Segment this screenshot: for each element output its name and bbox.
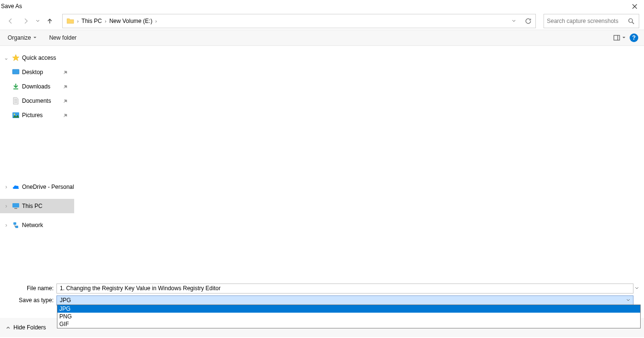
navigation-row: › This PC › New Volume (E:) › (0, 12, 644, 30)
search-icon (628, 18, 636, 24)
tree-label: OneDrive - Personal (22, 184, 74, 190)
chevron-up-icon (6, 325, 11, 330)
expand-icon[interactable]: › (3, 203, 10, 209)
collapse-icon[interactable]: ⌄ (3, 55, 10, 61)
tree-label: Pictures (22, 112, 43, 119)
svg-point-7 (14, 114, 15, 115)
command-bar: Organize New folder ? (0, 30, 644, 46)
organize-button[interactable]: Organize (6, 33, 39, 42)
breadcrumb-separator: › (154, 19, 157, 24)
svg-rect-1 (614, 35, 620, 40)
tree-label: Quick access (22, 55, 56, 61)
tree-label: Downloads (22, 83, 50, 90)
dropdown-option-gif[interactable]: GIF (57, 320, 640, 328)
hide-folders-button[interactable]: Hide Folders (6, 324, 46, 331)
close-icon (632, 4, 637, 9)
save-panel: File name: Save as type: JPG JPG PNG GIF (0, 282, 644, 338)
breadcrumb-volume[interactable]: New Volume (E:) (107, 14, 154, 28)
filename-history-button[interactable] (633, 283, 640, 294)
change-view-button[interactable] (613, 35, 626, 41)
svg-rect-10 (13, 222, 16, 225)
chevron-down-icon (635, 286, 639, 290)
star-icon (11, 54, 20, 62)
new-folder-button[interactable]: New folder (47, 33, 78, 42)
file-name-input[interactable] (56, 283, 633, 294)
save-type-combo[interactable]: JPG (56, 295, 633, 305)
tree-item-desktop[interactable]: Desktop (0, 65, 74, 79)
up-button[interactable] (43, 14, 56, 28)
view-icon (613, 35, 620, 41)
downloads-icon (11, 82, 20, 91)
pin-icon (63, 85, 67, 89)
pictures-icon (11, 111, 20, 120)
pin-icon (63, 113, 67, 118)
tree-item-network[interactable]: › Network (0, 218, 74, 232)
tree-item-quick-access[interactable]: ⌄ Quick access (0, 51, 74, 65)
close-button[interactable] (625, 0, 644, 12)
tree-item-pictures[interactable]: Pictures (0, 108, 74, 122)
breadcrumb-this-pc[interactable]: This PC (79, 14, 104, 28)
documents-icon (11, 97, 20, 105)
tree-label: Desktop (22, 69, 43, 76)
window-title: Save As (1, 3, 22, 10)
title-bar: Save As (0, 0, 644, 12)
address-bar[interactable]: › This PC › New Volume (E:) › (62, 14, 536, 28)
search-box[interactable] (544, 14, 639, 28)
tree-label: This PC (22, 203, 43, 209)
navigation-pane: ⌄ Quick access Desktop Downloads (0, 46, 74, 282)
save-type-selected: JPG (60, 297, 626, 304)
dropdown-option-png[interactable]: PNG (57, 313, 640, 320)
computer-icon (11, 202, 20, 210)
address-history-button[interactable] (507, 14, 521, 28)
save-type-dropdown: JPG PNG GIF (57, 305, 641, 328)
arrow-left-icon (7, 17, 14, 25)
cloud-icon (11, 183, 20, 191)
breadcrumb-separator: › (104, 19, 107, 24)
network-icon (11, 221, 20, 229)
help-button[interactable]: ? (630, 33, 638, 42)
arrow-right-icon (22, 17, 30, 25)
expand-icon[interactable]: › (3, 184, 10, 190)
desktop-icon (11, 68, 20, 76)
recent-locations-button[interactable] (34, 19, 41, 23)
svg-point-0 (629, 19, 633, 22)
organize-label: Organize (8, 34, 31, 41)
dropdown-option-jpg[interactable]: JPG (57, 305, 640, 313)
tree-item-this-pc[interactable]: › This PC (0, 199, 74, 213)
new-folder-label: New folder (49, 34, 77, 41)
arrow-up-icon (46, 17, 54, 25)
forward-button[interactable] (19, 14, 33, 28)
tree-label: Documents (22, 98, 51, 104)
pin-icon (63, 99, 67, 103)
svg-rect-8 (12, 203, 19, 207)
dropdown-arrow-icon (33, 36, 37, 40)
breadcrumb-separator: › (76, 19, 79, 24)
save-type-label: Save as type: (0, 297, 56, 304)
tree-label: Network (22, 222, 43, 229)
search-input[interactable] (547, 18, 626, 24)
pin-icon (63, 70, 67, 75)
chevron-down-icon (511, 19, 516, 23)
chevron-down-icon (626, 298, 630, 302)
refresh-button[interactable] (521, 14, 535, 28)
dropdown-arrow-icon (622, 36, 626, 40)
svg-rect-3 (12, 69, 19, 74)
chevron-down-icon (36, 19, 40, 23)
hide-folders-label: Hide Folders (13, 324, 46, 331)
tree-item-onedrive[interactable]: › OneDrive - Personal (0, 180, 74, 194)
file-list-pane[interactable] (74, 46, 644, 282)
expand-icon[interactable]: › (3, 222, 10, 229)
back-button[interactable] (4, 14, 17, 28)
folder-icon (65, 18, 76, 24)
svg-rect-9 (14, 208, 17, 209)
file-name-label: File name: (0, 285, 56, 292)
tree-item-downloads[interactable]: Downloads (0, 79, 74, 94)
main-area: ⌄ Quick access Desktop Downloads (0, 46, 644, 282)
refresh-icon (525, 18, 532, 24)
help-icon: ? (632, 34, 635, 41)
tree-item-documents[interactable]: Documents (0, 94, 74, 108)
